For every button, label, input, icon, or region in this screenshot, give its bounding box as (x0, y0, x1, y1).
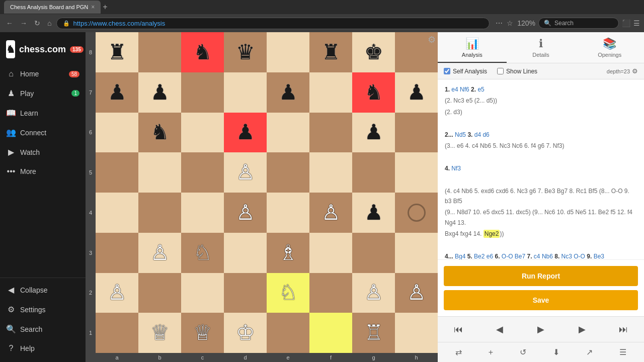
run-report-button[interactable]: Run Report (444, 266, 638, 286)
sidebar-item-collapse[interactable]: ◀ Collapse (0, 280, 86, 300)
sidebar-item-search[interactable]: 🔍 Search (0, 319, 86, 339)
depth-settings-icon[interactable]: ⚙ (632, 67, 638, 75)
menu-button[interactable]: ☰ (615, 345, 630, 359)
square-f4[interactable]: ♙ (309, 193, 352, 233)
square-h6[interactable] (395, 113, 438, 153)
square-b5[interactable] (138, 152, 181, 193)
square-b2[interactable] (138, 273, 181, 313)
first-move-button[interactable]: ⏮ (438, 319, 479, 340)
prev-move-button[interactable]: ◀ (479, 319, 520, 340)
square-f2[interactable] (309, 273, 352, 313)
self-analysis-checkbox-label[interactable]: Self Analysis (444, 68, 487, 75)
square-b7[interactable]: ♟ (138, 72, 181, 113)
square-b6[interactable]: ♞ (138, 113, 181, 153)
add-button[interactable]: + (485, 346, 497, 359)
square-g1[interactable]: ♖ (352, 313, 395, 353)
square-c6[interactable] (181, 113, 224, 153)
square-a4[interactable] (96, 193, 138, 233)
sidebar-item-watch[interactable]: ▶ Watch (0, 142, 86, 162)
sidebar-item-more[interactable]: ••• More (0, 162, 86, 181)
square-d1[interactable]: ♔ (224, 313, 267, 353)
square-g6[interactable]: ♟ (352, 113, 395, 153)
last-move-button[interactable]: ⏭ (603, 319, 644, 340)
square-f7[interactable] (309, 72, 352, 113)
square-e6[interactable] (267, 113, 309, 153)
square-c4[interactable] (181, 193, 224, 233)
square-a3[interactable] (96, 233, 138, 273)
square-e2[interactable]: ♘ (267, 273, 309, 313)
share-button[interactable]: ↗ (582, 345, 597, 359)
address-bar[interactable]: 🔒 https://www.chess.com/analysis (56, 18, 490, 29)
self-analysis-checkbox[interactable] (444, 68, 450, 74)
play-button[interactable]: ▶ (520, 319, 561, 340)
tab-analysis[interactable]: 📊 Analysis (438, 32, 507, 63)
square-a1[interactable] (96, 313, 138, 353)
square-g2[interactable]: ♙ (352, 273, 395, 313)
square-f6[interactable] (309, 113, 352, 153)
board-settings-button[interactable]: ⚙ (428, 34, 436, 45)
square-g3[interactable] (352, 233, 395, 273)
square-c8[interactable]: ♞ (181, 32, 224, 72)
square-f8[interactable]: ♜ (309, 32, 352, 72)
bookmark-icon[interactable]: ☆ (507, 19, 513, 27)
square-d7[interactable] (224, 72, 267, 113)
square-d6[interactable]: ♟ (224, 113, 267, 153)
square-c3[interactable]: ♘ (181, 233, 224, 273)
square-d4[interactable]: ♙ (224, 193, 267, 233)
next-move-button[interactable]: ▶ (561, 319, 603, 340)
extension-icon[interactable]: ⬛ (622, 19, 630, 27)
square-h7[interactable]: ♟ (395, 72, 438, 113)
chess-board[interactable]: ♜♞♛♜♚♟♟♟♞♟♞♟♟♙♙♙♟♙♘♗♙♘♙♙♕♕♔♖ (96, 32, 438, 353)
square-h1[interactable] (395, 313, 438, 353)
back-button[interactable]: ← (4, 18, 15, 28)
square-g5[interactable] (352, 152, 395, 193)
square-f1[interactable] (309, 313, 352, 353)
menu-icon[interactable]: ☰ (633, 19, 640, 27)
square-a2[interactable]: ♙ (96, 273, 138, 313)
square-c1[interactable]: ♕ (181, 313, 224, 353)
square-c5[interactable] (181, 152, 224, 193)
show-lines-checkbox[interactable] (497, 68, 504, 74)
square-d8[interactable]: ♛ (224, 32, 267, 72)
sidebar-item-home[interactable]: ⌂ Home 58 (0, 64, 86, 83)
square-d5[interactable]: ♙ (224, 152, 267, 193)
square-h5[interactable] (395, 152, 438, 193)
square-d3[interactable] (224, 233, 267, 273)
square-h4[interactable] (395, 193, 438, 233)
tab-details[interactable]: ℹ Details (507, 32, 576, 63)
moves-panel[interactable]: 1. e4 Nf6 2. e5 (2. Nc3 e5 (2... d5)) (2… (438, 79, 644, 259)
save-button[interactable]: Save (444, 290, 638, 310)
sidebar-item-connect[interactable]: 👥 Connect (0, 123, 86, 142)
sidebar-item-learn[interactable]: 📖 Learn (0, 103, 86, 123)
square-g4[interactable]: ♟ (352, 193, 395, 233)
square-h3[interactable] (395, 233, 438, 273)
square-h2[interactable]: ♙ (395, 273, 438, 313)
reload-button[interactable]: ↻ (32, 18, 42, 28)
square-c7[interactable] (181, 72, 224, 113)
sidebar-item-help[interactable]: ? Help (0, 339, 86, 358)
flip-board-button[interactable]: ⇄ (451, 345, 466, 359)
show-lines-checkbox-label[interactable]: Show Lines (497, 68, 537, 75)
sidebar-item-play[interactable]: ♟ Play 1 (0, 83, 86, 103)
square-a6[interactable] (96, 113, 138, 153)
square-c2[interactable] (181, 273, 224, 313)
square-b1[interactable]: ♕ (138, 313, 181, 353)
square-g8[interactable]: ♚ (352, 32, 395, 72)
tab-close-button[interactable]: × (91, 4, 95, 11)
reset-button[interactable]: ↺ (516, 345, 530, 359)
square-a8[interactable]: ♜ (96, 32, 138, 72)
download-button[interactable]: ⬇ (549, 345, 564, 359)
square-f5[interactable] (309, 152, 352, 193)
active-tab[interactable]: Chess Analysis Board and PGN × (4, 1, 101, 14)
square-b3[interactable]: ♙ (138, 233, 181, 273)
square-a5[interactable] (96, 152, 138, 193)
browser-search-box[interactable]: 🔍 Search (538, 18, 619, 29)
square-e3[interactable]: ♗ (267, 233, 309, 273)
square-d2[interactable] (224, 273, 267, 313)
highlighted-move[interactable]: Nge2 (484, 230, 500, 238)
extensions-icon[interactable]: ⋯ (496, 19, 503, 27)
square-f3[interactable] (309, 233, 352, 273)
square-g7[interactable]: ♞ (352, 72, 395, 113)
new-tab-button[interactable]: + (103, 3, 107, 12)
square-b4[interactable] (138, 193, 181, 233)
